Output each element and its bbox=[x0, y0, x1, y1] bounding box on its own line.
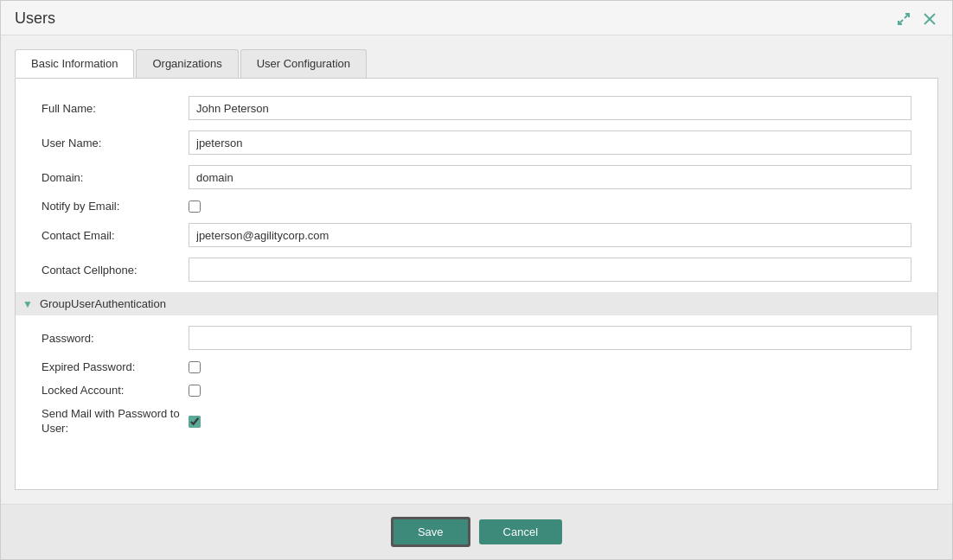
contact-cellphone-row: Contact Cellphone: bbox=[42, 258, 911, 282]
save-button[interactable]: Save bbox=[391, 517, 470, 547]
contact-email-row: Contact Email: bbox=[42, 223, 911, 247]
user-name-label: User Name: bbox=[42, 137, 189, 150]
tab-organizations[interactable]: Organizations bbox=[136, 49, 238, 78]
expired-password-checkbox[interactable] bbox=[189, 361, 201, 373]
user-name-input[interactable] bbox=[189, 130, 911, 155]
dialog-header: Users bbox=[1, 1, 952, 35]
tab-basic-information[interactable]: Basic Information bbox=[15, 49, 134, 78]
cancel-button[interactable]: Cancel bbox=[479, 519, 562, 544]
send-mail-label: Send Mail with Password to User: bbox=[42, 407, 189, 436]
full-name-label: Full Name: bbox=[42, 102, 189, 115]
tab-bar: Basic Information Organizations User Con… bbox=[15, 49, 938, 78]
notify-email-row: Notify by Email: bbox=[42, 200, 911, 213]
dialog-body: Basic Information Organizations User Con… bbox=[1, 35, 952, 504]
locked-account-checkbox[interactable] bbox=[189, 385, 201, 397]
close-icon[interactable] bbox=[921, 10, 938, 28]
dialog-footer: Save Cancel bbox=[1, 504, 952, 559]
group-auth-section-header: ▼ GroupUserAuthentication bbox=[16, 292, 937, 315]
contact-email-input[interactable] bbox=[189, 223, 911, 247]
form-panel: Full Name: User Name: Domain: Notify by … bbox=[15, 78, 938, 490]
notify-email-checkbox[interactable] bbox=[189, 200, 201, 213]
send-mail-checkbox[interactable] bbox=[189, 416, 201, 428]
section-chevron-icon[interactable]: ▼ bbox=[22, 298, 33, 310]
domain-label: Domain: bbox=[42, 171, 189, 184]
locked-account-row: Locked Account: bbox=[42, 384, 911, 397]
password-input[interactable] bbox=[189, 326, 911, 350]
section-label: GroupUserAuthentication bbox=[40, 297, 166, 310]
full-name-row: Full Name: bbox=[42, 96, 911, 120]
send-mail-row: Send Mail with Password to User: bbox=[42, 407, 911, 436]
expired-password-row: Expired Password: bbox=[42, 360, 911, 373]
tab-user-configuration[interactable]: User Configuration bbox=[240, 49, 367, 78]
contact-cellphone-input[interactable] bbox=[189, 258, 911, 282]
dialog-title: Users bbox=[15, 10, 55, 28]
locked-account-label: Locked Account: bbox=[42, 384, 189, 397]
password-label: Password: bbox=[42, 332, 189, 345]
maximize-icon[interactable] bbox=[895, 10, 912, 28]
user-name-row: User Name: bbox=[42, 130, 911, 155]
header-icons bbox=[895, 10, 938, 28]
full-name-input[interactable] bbox=[189, 96, 911, 120]
contact-cellphone-label: Contact Cellphone: bbox=[42, 264, 189, 277]
password-row: Password: bbox=[42, 326, 911, 350]
notify-email-label: Notify by Email: bbox=[42, 200, 189, 213]
dialog: Users Basic Information Orga bbox=[0, 0, 953, 560]
expired-password-label: Expired Password: bbox=[42, 360, 189, 373]
contact-email-label: Contact Email: bbox=[42, 229, 189, 242]
domain-input[interactable] bbox=[189, 165, 911, 189]
domain-row: Domain: bbox=[42, 165, 911, 189]
